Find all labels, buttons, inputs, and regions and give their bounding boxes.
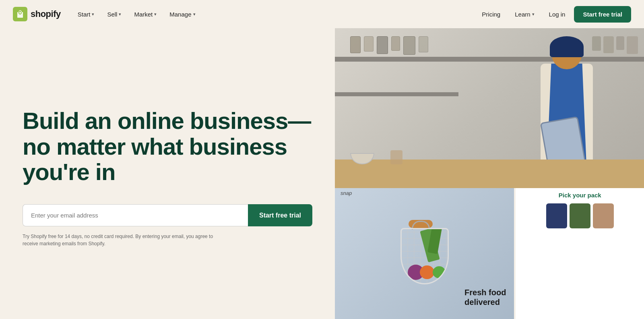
chevron-down-icon: ▾ bbox=[92, 12, 94, 17]
shopify-bag-icon bbox=[13, 7, 27, 21]
chevron-down-icon: ▾ bbox=[532, 12, 535, 17]
pick-your-pack-title: Pick your pack bbox=[522, 192, 638, 199]
nav-market[interactable]: Market ▾ bbox=[128, 8, 162, 21]
pick-your-pack-panel: Pick your pack bbox=[516, 185, 644, 319]
chevron-down-icon: ▾ bbox=[119, 12, 121, 17]
logo-link[interactable]: shopify bbox=[13, 7, 61, 21]
nav-learn[interactable]: Learn ▾ bbox=[509, 8, 540, 21]
nav-start[interactable]: Start ▾ bbox=[72, 8, 100, 21]
snap-label: snap bbox=[341, 190, 352, 196]
nav-right: Pricing Learn ▾ Log in Start free trial bbox=[476, 6, 631, 23]
hero-right: snap Fresh food d bbox=[335, 28, 644, 319]
hero-bottom-images: snap Fresh food d bbox=[335, 185, 644, 319]
chevron-down-icon: ▾ bbox=[193, 12, 196, 17]
chevron-down-icon: ▾ bbox=[154, 12, 157, 17]
nav-pricing[interactable]: Pricing bbox=[476, 8, 506, 21]
swatch-green[interactable] bbox=[570, 203, 590, 228]
swatch-blue[interactable] bbox=[546, 203, 567, 228]
navbar: shopify Start ▾ Sell ▾ Market ▾ Manage ▾… bbox=[0, 0, 644, 28]
nav-start-free-trial-button[interactable]: Start free trial bbox=[574, 6, 631, 23]
brand-name: shopify bbox=[31, 9, 61, 19]
email-input[interactable] bbox=[23, 204, 248, 226]
svg-rect-0 bbox=[17, 12, 23, 18]
hero-left: Build an online business—no matter what … bbox=[0, 28, 335, 319]
hero-start-free-trial-button[interactable]: Start free trial bbox=[248, 204, 312, 226]
hero-headline: Build an online business—no matter what … bbox=[23, 108, 312, 185]
nav-manage[interactable]: Manage ▾ bbox=[164, 8, 201, 21]
hero-top-image bbox=[335, 28, 644, 188]
swatch-tan[interactable] bbox=[593, 203, 614, 228]
nav-primary: Start ▾ Sell ▾ Market ▾ Manage ▾ bbox=[72, 8, 477, 21]
email-form: Start free trial bbox=[23, 204, 312, 226]
nav-sell[interactable]: Sell ▾ bbox=[101, 8, 127, 21]
hero-disclaimer: Try Shopify free for 14 days, no credit … bbox=[23, 233, 216, 247]
fresh-food-image: snap Fresh food d bbox=[335, 185, 514, 319]
color-swatches bbox=[522, 203, 638, 228]
nav-login[interactable]: Log in bbox=[543, 8, 571, 21]
fresh-food-text: Fresh food delivered bbox=[464, 288, 506, 307]
hero-section: Build an online business—no matter what … bbox=[0, 28, 644, 319]
grocery-bag bbox=[396, 220, 453, 284]
